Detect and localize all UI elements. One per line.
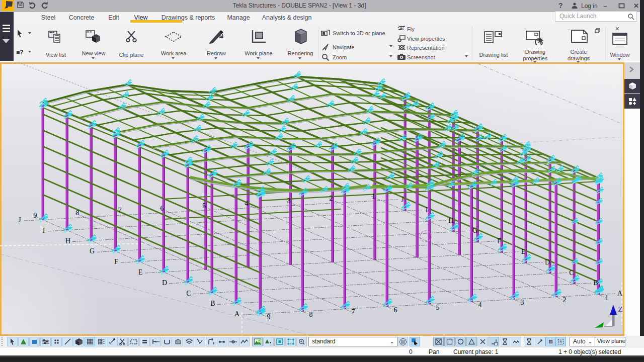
svg-text:7: 7: [352, 308, 355, 316]
svg-text:9: 9: [34, 212, 37, 219]
svg-text:F: F: [114, 258, 118, 265]
svg-text:2: 2: [330, 195, 333, 202]
svg-text:G: G: [472, 227, 477, 234]
svg-text:5: 5: [203, 202, 206, 210]
svg-text:8: 8: [309, 311, 313, 318]
svg-text:6: 6: [160, 205, 164, 212]
svg-text:C: C: [186, 290, 191, 297]
svg-text:2: 2: [563, 296, 567, 304]
svg-text:6: 6: [394, 306, 397, 314]
svg-text:3: 3: [521, 299, 524, 306]
svg-text:A: A: [234, 310, 240, 318]
svg-text:3: 3: [287, 197, 291, 205]
svg-text:1: 1: [372, 193, 375, 200]
svg-text:D: D: [162, 279, 167, 287]
svg-text:C: C: [569, 269, 574, 277]
svg-text:4: 4: [245, 200, 249, 207]
svg-text:G: G: [90, 247, 95, 255]
svg-text:8: 8: [76, 209, 79, 217]
svg-text:5: 5: [436, 304, 440, 311]
svg-text:J: J: [18, 216, 21, 224]
svg-text:D: D: [545, 258, 550, 266]
svg-text:A: A: [617, 290, 623, 297]
svg-text:E: E: [521, 248, 526, 255]
svg-text:E: E: [138, 268, 143, 276]
svg-text:4: 4: [478, 301, 482, 309]
svg-text:9: 9: [267, 313, 271, 321]
svg-text:H: H: [448, 217, 453, 224]
svg-text:I: I: [426, 206, 428, 214]
svg-text:7: 7: [118, 207, 122, 214]
svg-text:H: H: [65, 237, 70, 245]
svg-text:F: F: [497, 237, 501, 245]
svg-text:J: J: [401, 196, 404, 203]
svg-text:Z: Z: [618, 305, 622, 313]
svg-text:B: B: [210, 300, 215, 307]
svg-text:B: B: [593, 279, 598, 287]
svg-text:1: 1: [605, 294, 609, 302]
svg-text:I: I: [43, 227, 45, 234]
